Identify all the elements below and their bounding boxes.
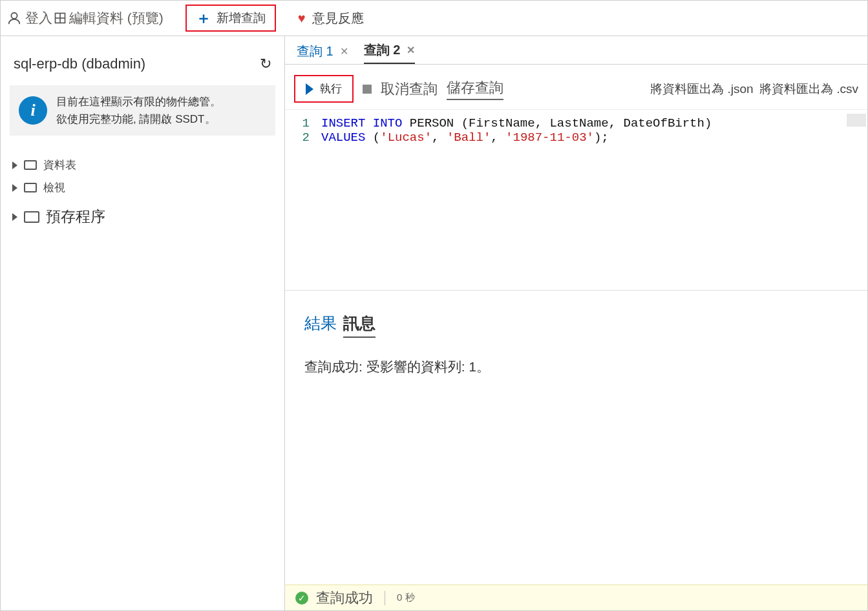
tree-label-tables: 資料表	[43, 158, 76, 172]
sql-text: ,	[432, 130, 447, 145]
status-bar: ✓ 查詢成功 0 秒	[285, 585, 867, 610]
info-icon: i	[19, 96, 47, 125]
feedback-label: 意見反應	[312, 10, 364, 27]
tree-item-tables[interactable]: 資料表	[12, 154, 284, 176]
caret-icon	[12, 161, 17, 169]
play-icon	[306, 83, 313, 95]
plus-icon: ＋	[196, 10, 211, 26]
info-line-1: 目前在這裡顯示有限的物件總管。	[56, 93, 221, 110]
new-query-button[interactable]: ＋ 新增查詢	[185, 5, 276, 32]
tab-label: 查詢 2	[364, 41, 401, 59]
caret-icon	[12, 213, 17, 221]
svg-point-0	[11, 13, 17, 19]
sidebar: sql-erp-db (dbadmin) ↻ i 目前在這裡顯示有限的物件總管。…	[1, 36, 285, 610]
status-duration: 0 秒	[397, 592, 415, 604]
line-number: 2	[285, 130, 321, 145]
edit-data-button[interactable]: 編輯資料 (預覽)	[54, 9, 164, 27]
user-icon	[7, 11, 21, 25]
export-csv-button[interactable]: 將資料匯出為 .csv	[759, 81, 858, 98]
tree-label-sprocs: 預存程序	[46, 207, 105, 227]
save-query-button[interactable]: 儲存查詢	[447, 78, 503, 100]
folder-icon	[24, 160, 37, 170]
grid-icon	[54, 12, 67, 25]
sql-text: (	[365, 130, 380, 145]
sql-string: '1987-11-03'	[505, 130, 594, 145]
sql-editor[interactable]: 1 INSERT INTO PERSON (FirstName, LastNam…	[285, 110, 867, 291]
editor-line-1: 1 INSERT INTO PERSON (FirstName, LastNam…	[285, 116, 867, 130]
cancel-query-button[interactable]: 取消查詢	[381, 79, 438, 99]
tab-messages[interactable]: 訊息	[343, 313, 376, 338]
sql-text: PERSON (FirstName, LastName, DateOfBirth…	[402, 116, 712, 130]
tab-label: 查詢 1	[297, 43, 333, 60]
folder-icon	[24, 211, 39, 223]
main-area: sql-erp-db (dbadmin) ↻ i 目前在這裡顯示有限的物件總管。…	[1, 36, 867, 610]
tab-query-2[interactable]: 查詢 2 ✕	[364, 41, 416, 64]
results-panel: 結果 訊息 查詢成功: 受影響的資料列: 1。	[285, 291, 867, 585]
sql-keyword: INSERT INTO	[321, 116, 402, 130]
query-tabs: 查詢 1 ✕ 查詢 2 ✕	[285, 36, 867, 65]
sql-string: 'Lucas'	[380, 130, 432, 145]
top-toolbar: 登入 編輯資料 (預覽) ＋ 新增查詢 ♥ 意見反應	[1, 1, 867, 36]
run-button[interactable]: 執行	[294, 75, 354, 103]
check-icon: ✓	[295, 592, 308, 605]
sql-keyword: VALUES	[321, 130, 365, 145]
divider	[385, 591, 385, 605]
sql-text: ,	[491, 130, 505, 145]
login-button[interactable]: 登入	[7, 9, 52, 27]
tree-item-stored-procedures[interactable]: 預存程序	[12, 199, 284, 231]
caret-icon	[12, 184, 17, 192]
folder-icon	[24, 183, 37, 192]
editor-line-2: 2 VALUES ('Lucas', 'Ball', '1987-11-03')…	[285, 130, 867, 145]
feedback-button[interactable]: ♥ 意見反應	[298, 10, 364, 27]
heart-icon: ♥	[298, 11, 306, 26]
export-json-button[interactable]: 將資料匯出為 .json	[650, 81, 753, 98]
refresh-icon[interactable]: ↻	[260, 56, 271, 72]
sql-string: 'Ball'	[447, 130, 491, 145]
login-label: 登入	[25, 9, 52, 27]
line-number: 1	[285, 116, 321, 130]
export-buttons: 將資料匯出為 .json 將資料匯出為 .csv	[650, 81, 858, 98]
minimap	[847, 114, 866, 127]
db-header: sql-erp-db (dbadmin) ↻	[1, 36, 284, 85]
run-label: 執行	[320, 81, 342, 96]
result-tabs: 結果 訊息	[304, 313, 848, 338]
db-title: sql-erp-db (dbadmin)	[14, 56, 145, 72]
info-line-2: 欲使用完整功能, 請開啟 SSDT。	[56, 110, 221, 128]
stop-icon	[363, 85, 372, 94]
tree-item-views[interactable]: 檢視	[12, 176, 284, 199]
query-toolbar: 執行 取消查詢 儲存查詢 將資料匯出為 .json 將資料匯出為 .csv	[285, 65, 867, 110]
tree-label-views: 檢視	[43, 180, 65, 195]
info-banner: i 目前在這裡顯示有限的物件總管。 欲使用完整功能, 請開啟 SSDT。	[10, 85, 275, 136]
edit-preview-label: 編輯資料 (預覽)	[69, 9, 164, 27]
sql-text: );	[594, 130, 609, 145]
result-message: 查詢成功: 受影響的資料列: 1。	[304, 358, 848, 376]
new-query-label: 新增查詢	[217, 10, 266, 26]
close-icon[interactable]: ✕	[340, 45, 348, 57]
close-icon[interactable]: ✕	[407, 44, 415, 56]
object-explorer-tree: 資料表 檢視 預存程序	[1, 147, 284, 231]
query-panel: 查詢 1 ✕ 查詢 2 ✕ 執行 取消查詢 儲存查詢 將資料匯出為 .json …	[285, 36, 867, 610]
tab-results[interactable]: 結果	[304, 313, 337, 338]
tab-query-1[interactable]: 查詢 1 ✕	[297, 43, 348, 64]
info-text: 目前在這裡顯示有限的物件總管。 欲使用完整功能, 請開啟 SSDT。	[56, 93, 221, 128]
status-text: 查詢成功	[316, 588, 373, 608]
